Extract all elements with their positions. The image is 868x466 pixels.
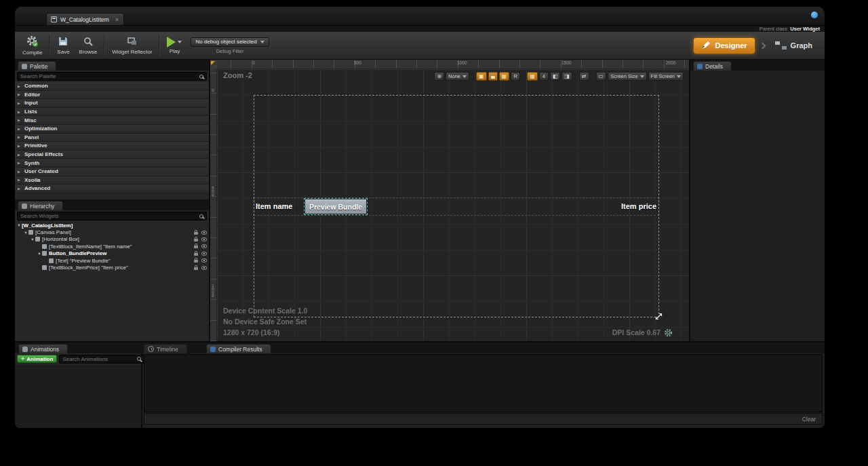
play-options-caret-icon[interactable] xyxy=(178,41,182,43)
grid-size-button[interactable]: 4 xyxy=(539,72,549,81)
visibility-eye-icon[interactable] xyxy=(201,244,207,248)
palette-category-user-created[interactable]: ▶User Created xyxy=(15,168,209,176)
grid-snap-toggle-button[interactable]: ▦ xyxy=(499,72,510,81)
rotation-mode-button[interactable]: R xyxy=(511,72,520,81)
palette-category-advanced[interactable]: ▶Advanced xyxy=(15,185,209,193)
horizontal-box-icon xyxy=(35,237,40,241)
animations-search-input[interactable] xyxy=(62,356,137,362)
hierarchy-item-textblock-itemname[interactable]: ▼ [TextBlock_ItemName] "Item name" xyxy=(15,243,209,250)
palette-category-input[interactable]: ▶Input xyxy=(15,99,209,108)
widget-preview-bundle-button[interactable]: Preview Bundle xyxy=(305,199,366,214)
half-square-left-icon: ◧ xyxy=(553,74,558,79)
debug-filter-label: Debug Filter xyxy=(216,48,244,54)
palette-category-common[interactable]: ▶Common xyxy=(15,82,209,91)
compiler-results-tab[interactable]: Compiler Results xyxy=(206,344,271,353)
visibility-eye-icon[interactable] xyxy=(201,258,207,263)
visibility-eye-icon[interactable] xyxy=(201,237,207,241)
lock-widget-toggle-button[interactable] xyxy=(488,72,498,81)
palette-category-primitive[interactable]: ▶Primitive xyxy=(15,142,209,151)
resize-handle-icon[interactable] xyxy=(655,311,663,323)
widget-item-price-text[interactable]: Item price xyxy=(621,202,656,210)
widget-reflector-button[interactable]: Widget Reflector xyxy=(107,33,157,58)
design-surface[interactable]: Zoom -2 ⊕ None ▣ ▦ R ▦ 4 ◧ ◨ xyxy=(217,69,689,341)
palette-category-synth[interactable]: ▶Synth xyxy=(15,159,209,168)
dpi-settings-gear-icon[interactable] xyxy=(664,328,673,340)
palette-category-editor[interactable]: ▶Editor xyxy=(15,91,209,100)
flip-preview-button[interactable]: ⇄ xyxy=(579,72,589,81)
palette-category-optimization[interactable]: ▶Optimization xyxy=(15,125,209,134)
visibility-eye-icon[interactable] xyxy=(201,231,207,235)
preview-background-button[interactable]: ◧ xyxy=(550,72,561,81)
hierarchy-item-horizontal-box[interactable]: ▼ [Horizontal Box] xyxy=(15,236,209,243)
browse-button[interactable]: Browse xyxy=(75,33,102,58)
asset-tab[interactable]: W_CatalogListItem × xyxy=(46,13,124,25)
palette-search-input[interactable] xyxy=(20,73,199,79)
hierarchy-search-input[interactable] xyxy=(20,213,199,219)
play-button[interactable]: Play xyxy=(162,33,186,58)
collapse-arrow-icon[interactable]: ▼ xyxy=(23,231,28,235)
debug-object-dropdown[interactable]: No debug object selected xyxy=(191,37,269,47)
hierarchy-tab[interactable]: Hierarchy xyxy=(18,201,63,210)
collapse-arrow-icon[interactable]: ▼ xyxy=(37,252,42,256)
compiler-results-log[interactable] xyxy=(144,354,823,412)
animations-tab[interactable]: Animations xyxy=(18,344,68,353)
details-tab[interactable]: Details xyxy=(693,61,732,71)
collapse-arrow-icon[interactable]: ▼ xyxy=(30,237,35,241)
palette-category-xsolla[interactable]: ▶Xsolla xyxy=(15,176,209,185)
animations-list[interactable] xyxy=(15,364,141,428)
snap-grid-toggle-button[interactable]: ▦ xyxy=(527,72,538,81)
hierarchy-item-canvas-panel[interactable]: ▼ [Canvas Panel] xyxy=(15,229,209,235)
collapse-arrow-icon[interactable]: ▼ xyxy=(16,223,22,227)
compile-button[interactable]: Compile xyxy=(18,33,47,58)
visibility-eye-icon[interactable] xyxy=(201,252,207,256)
palette-category-special-effects[interactable]: ▶Special Effects xyxy=(15,151,209,159)
lock-icon[interactable] xyxy=(194,246,198,248)
toolbar-separator xyxy=(104,35,105,56)
designer-mode-button[interactable]: Designer xyxy=(693,37,755,54)
dropdown-caret-icon xyxy=(462,75,467,78)
fill-screen-dropdown[interactable]: Fill Screen xyxy=(648,72,684,81)
timeline-tab[interactable]: Timeline xyxy=(144,344,187,353)
localization-preview-button[interactable]: ⊕ xyxy=(434,72,444,81)
lock-icon xyxy=(491,76,495,79)
palette-category-panel[interactable]: ▶Panel xyxy=(15,134,209,142)
animations-search[interactable] xyxy=(59,355,144,364)
hierarchy-icon xyxy=(22,203,27,209)
compiler-results-icon xyxy=(210,347,216,352)
lock-icon[interactable] xyxy=(194,267,198,270)
visibility-eye-icon[interactable] xyxy=(201,266,207,270)
toolbar-separator xyxy=(49,35,50,56)
palette-category-misc[interactable]: ▶Misc xyxy=(15,116,209,125)
add-animation-button[interactable]: + Animation xyxy=(17,355,57,363)
ruler-origin-marker xyxy=(210,60,217,70)
anchor-icon: ▣ xyxy=(479,74,484,79)
device-preview-button[interactable]: ▭ xyxy=(596,72,607,81)
palette-search[interactable] xyxy=(17,72,207,81)
save-button[interactable]: Save xyxy=(52,33,74,58)
palette-category-lists[interactable]: ▶Lists xyxy=(15,108,209,117)
clear-log-button[interactable]: Clear xyxy=(802,416,816,423)
lock-icon[interactable] xyxy=(194,232,198,235)
device-content-scale-label: Device Content Scale 1.0 xyxy=(223,305,307,316)
hierarchy-item-root[interactable]: ▼ [W_CatalogListItem] xyxy=(15,222,209,229)
titlebar[interactable]: W_CatalogListItem × xyxy=(15,7,825,26)
palette-tab[interactable]: Palette xyxy=(18,61,56,71)
outline-mode-dropdown[interactable]: None xyxy=(446,72,469,81)
lock-icon[interactable] xyxy=(194,239,198,241)
hierarchy-search[interactable] xyxy=(17,212,207,220)
hierarchy-item-button-bundlepreview[interactable]: ▼ Button_BundlePreview xyxy=(15,250,209,257)
dropdown-caret-icon xyxy=(640,75,644,78)
widget-item-name-text[interactable]: Item name xyxy=(256,202,292,210)
lock-icon[interactable] xyxy=(194,253,198,256)
expand-arrow-icon: ▶ xyxy=(18,187,22,191)
preview-overlay-button[interactable]: ◨ xyxy=(561,72,572,81)
hierarchy-item-textblock-itemprice[interactable]: ▼ [TextBlock_ItemPrice] "Item price" xyxy=(15,264,209,271)
anchor-toggle-button[interactable]: ▣ xyxy=(476,72,487,81)
designer-pen-icon xyxy=(701,41,711,51)
mode-switcher: Designer Graph xyxy=(693,37,822,54)
close-tab-icon[interactable]: × xyxy=(115,17,119,22)
graph-mode-button[interactable]: Graph xyxy=(770,37,818,54)
screen-size-dropdown[interactable]: Screen Size xyxy=(608,72,646,81)
lock-icon[interactable] xyxy=(194,260,198,263)
hierarchy-item-text-previewbundle[interactable]: ▼ [Text] "Preview Bundle" xyxy=(15,257,209,264)
